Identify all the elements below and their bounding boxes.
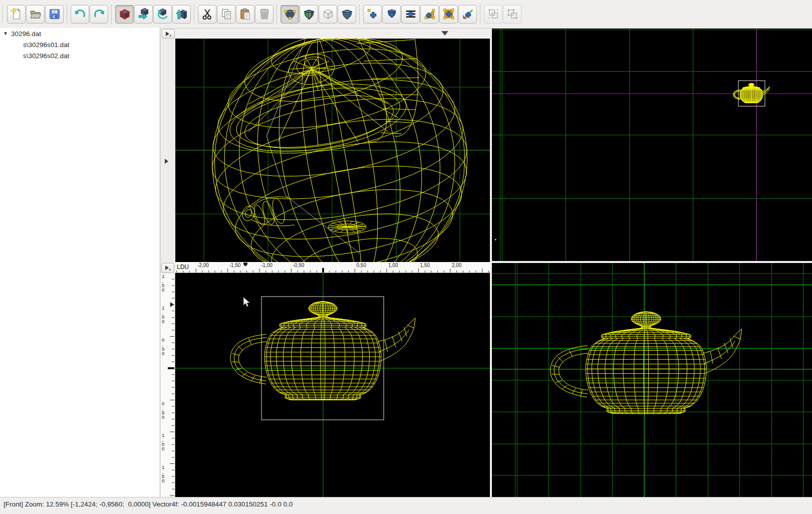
toolbar: [0, 0, 812, 29]
vertical-ruler: 1,501,000,500,501,001,50: [160, 273, 175, 497]
rotate-mode-button[interactable]: [153, 5, 172, 24]
toolbar-separator: [111, 4, 112, 24]
tree-item-label: s\30296s01.dat: [23, 41, 69, 49]
viewport-3d-canvas: [175, 39, 490, 262]
ldparteditor-window: ▼30296.dats\30296s01.dats\30296s02.dat -…: [0, 0, 812, 514]
viewport-top-strip: [160, 29, 490, 39]
add-line-button[interactable]: [401, 5, 420, 24]
redo-button[interactable]: [90, 5, 108, 24]
svg-text:1,00: 1,00: [388, 263, 398, 268]
viewport-side-strip: [160, 39, 175, 262]
add-triangle-icon: [423, 8, 436, 21]
vertex-cube-icon: [284, 8, 297, 21]
paste-icon: [239, 8, 252, 21]
svg-text:0: 0: [162, 287, 164, 293]
select-cube-icon: [118, 8, 131, 21]
mouse-cursor-icon: [243, 297, 250, 307]
side-expand-arrow-icon[interactable]: [165, 159, 168, 164]
new-file-button[interactable]: [7, 5, 26, 24]
subfile-cube-icon: [341, 8, 354, 21]
split-selection-button: [503, 5, 521, 24]
open-folder-icon: [29, 8, 42, 21]
vertical-ruler-canvas: 1,501,000,500,501,001,50: [160, 273, 175, 497]
play-dot-icon: [164, 265, 171, 271]
move-mode-button[interactable]: [134, 5, 153, 24]
horizontal-ruler: -2,00-1,50-1,00-0,500,501,001,502,00: [175, 262, 490, 273]
svg-text:-1,00: -1,00: [261, 263, 273, 268]
vertex-mode-button[interactable]: [281, 5, 299, 24]
tree-item-s-30296s02-dat[interactable]: s\30296s02.dat: [0, 50, 160, 61]
left-viewport-group: -2,00-1,50-1,00-0,500,501,001,502,00 LDU…: [160, 28, 490, 497]
ruler-mouse-marker: [170, 302, 174, 307]
viewport-front[interactable]: [175, 273, 490, 497]
svg-text:0: 0: [162, 319, 164, 324]
origin-vertex-dot: [495, 239, 496, 240]
select-mode-button[interactable]: [115, 5, 134, 24]
svg-text:-0,50: -0,50: [293, 263, 305, 268]
tree-item-s-30296s01-dat[interactable]: s\30296s01.dat: [0, 39, 160, 50]
viewport-dropdown-arrow-icon[interactable]: [441, 31, 448, 36]
tree-item-label: 30296.dat: [11, 30, 41, 38]
line-mode-button[interactable]: [319, 5, 337, 24]
tree-indent: [15, 42, 20, 47]
move-cube-icon: [137, 8, 150, 21]
ruler-unit-label: LDU: [177, 264, 189, 271]
file-tree-panel[interactable]: ▼30296.dats\30296s01.dats\30296s02.dat: [0, 28, 160, 497]
open-file-button[interactable]: [26, 5, 45, 24]
add-triangle-button[interactable]: [420, 5, 439, 24]
subfile-mode-button[interactable]: [338, 5, 356, 24]
paste-button[interactable]: [236, 5, 254, 24]
add-subfile-icon: [385, 8, 398, 21]
svg-text:-2,00: -2,00: [197, 263, 209, 268]
viewport-front-large[interactable]: [492, 263, 812, 497]
svg-text:0: 0: [162, 414, 164, 420]
ruler-origin-mark: [322, 268, 324, 273]
delete-button[interactable]: [255, 5, 274, 24]
cut-button[interactable]: [198, 5, 216, 24]
svg-text:1,50: 1,50: [420, 263, 430, 268]
add-line-icon: [404, 8, 417, 21]
svg-text:0,50: 0,50: [357, 263, 367, 268]
tree-item-30296-dat[interactable]: ▼30296.dat: [0, 28, 160, 39]
svg-text:-1,50: -1,50: [229, 263, 241, 268]
horizontal-ruler-canvas: -2,00-1,50-1,00-0,500,501,001,502,00: [175, 262, 490, 273]
viewport-zoomed-out[interactable]: [492, 29, 812, 261]
cut-icon: [201, 8, 214, 21]
scale-mode-button[interactable]: [172, 5, 191, 24]
svg-text:0: 0: [162, 446, 164, 451]
svg-text:0: 0: [162, 351, 164, 356]
ruler-corner-button[interactable]: [161, 263, 174, 273]
toolbar-separator: [359, 4, 360, 24]
surface-cube-icon: [303, 8, 316, 21]
add-condline-button[interactable]: [458, 5, 477, 24]
ruler-origin-mark: [168, 367, 174, 369]
save-icon: [48, 8, 61, 21]
add-quad-icon: [442, 8, 455, 21]
svg-text:2,00: 2,00: [452, 263, 462, 268]
toolbar-drag-handle[interactable]: [3, 5, 5, 23]
undo-button[interactable]: [71, 5, 89, 24]
rotate-cube-icon: [156, 8, 169, 21]
add-vertex-button[interactable]: [363, 5, 382, 24]
scale-cube-icon: [175, 8, 188, 21]
copy-button[interactable]: [217, 5, 235, 24]
viewport-3d-perspective[interactable]: [175, 39, 490, 262]
viewport-front-canvas: [175, 273, 490, 497]
redo-icon: [93, 8, 106, 21]
ruler-mouse-marker: [243, 263, 247, 267]
copy-icon: [220, 8, 233, 21]
status-bar: [Front] Zoom: 12.59% [-1,2424; -0,9560; …: [0, 497, 812, 514]
add-subfile-button[interactable]: [382, 5, 401, 24]
viewport-zoomed-out-canvas: [492, 29, 812, 261]
add-quad-button[interactable]: [439, 5, 458, 24]
tree-expander-icon[interactable]: ▼: [3, 31, 8, 36]
tree-item-label: s\30296s02.dat: [23, 52, 69, 60]
toolbar-separator: [67, 4, 67, 24]
toolbar-separator: [277, 4, 277, 24]
surface-mode-button[interactable]: [300, 5, 318, 24]
toolbar-separator: [480, 4, 480, 24]
viewport-menu-button[interactable]: [162, 29, 175, 39]
save-file-button[interactable]: [45, 5, 64, 24]
tree-indent: [15, 53, 20, 58]
svg-text:0: 0: [162, 478, 164, 483]
